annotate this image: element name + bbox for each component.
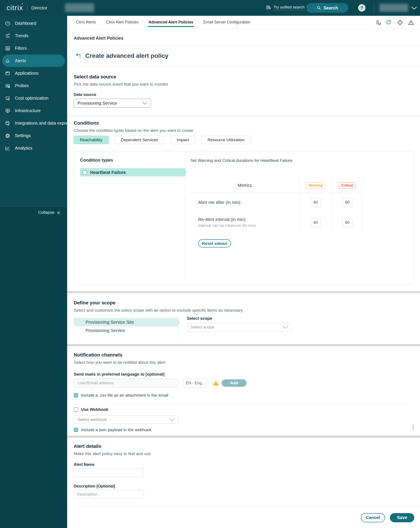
tab-citrix-alert-policies[interactable]: Citrix Alert Policies: [106, 16, 138, 29]
sidebar-item-probes[interactable]: Probes: [2, 80, 65, 92]
webhook-checkbox-row: Use Webhook: [74, 407, 414, 412]
scope-item-provisioning-service-site[interactable]: Provisioning Service Site: [74, 318, 178, 326]
brand-logo: citrix Director: [7, 4, 47, 12]
heartbeat-failure-checkbox[interactable]: [83, 170, 87, 175]
select-scope-dropdown[interactable]: Select scope: [187, 323, 292, 332]
warning-alerts-icon[interactable]: [408, 19, 414, 26]
reset-values-button[interactable]: Reset values: [198, 239, 231, 247]
logo-divider: [27, 5, 27, 11]
re-alert-warning-input[interactable]: [311, 218, 321, 227]
re-alert-critical-input[interactable]: [342, 218, 352, 227]
feedback-icon[interactable]: [375, 19, 382, 26]
analytics-icon: [5, 145, 11, 151]
table-cell: [332, 212, 363, 233]
search-button-label: Search: [324, 5, 338, 11]
sidebar-item-trends[interactable]: Trends: [2, 30, 65, 42]
add-button[interactable]: Add: [222, 379, 247, 387]
use-webhook-checkbox[interactable]: [74, 407, 78, 412]
data-source-subtitle: Pick the data source event that you want…: [74, 82, 420, 87]
save-button[interactable]: Save: [390, 513, 414, 522]
data-source-dropdown[interactable]: Provisioning Service: [74, 99, 151, 108]
chevron-down-icon: [169, 418, 175, 421]
data-source-label: Data source: [74, 92, 420, 97]
sidebar-item-label: Settings: [15, 133, 31, 138]
sidebar-item-settings[interactable]: Settings: [2, 129, 65, 142]
sidebar-item-analytics[interactable]: Analytics: [2, 142, 65, 154]
data-source-value: Provisioning Service: [78, 101, 117, 106]
alert-after-warning-input[interactable]: [311, 198, 321, 207]
scrollbar-thumb[interactable]: [413, 424, 414, 430]
chip-resource-utilization[interactable]: Resource Utilization: [202, 136, 251, 144]
language-dropdown[interactable]: EN - Eng...: [183, 379, 207, 387]
chip-reachability[interactable]: Reachability: [74, 136, 109, 144]
condition-type-chips: Reachability Dependent Services Impact R…: [74, 136, 414, 144]
trends-icon: [5, 33, 11, 39]
section-divider: [67, 344, 420, 346]
condition-types-heading: Condition types: [80, 158, 113, 163]
data-source-heading: Select data source: [74, 74, 420, 80]
chevron-down-icon: [283, 326, 288, 329]
sidebar-item-filters[interactable]: Filters: [2, 42, 65, 55]
json-payload-checkbox[interactable]: [74, 428, 78, 432]
sidebar-item-label: Trends: [15, 33, 28, 38]
sidebar-item-integrations[interactable]: Integrations and data exports: [2, 117, 65, 129]
condition-row-heartbeat-failure[interactable]: Heartbeat Failure: [80, 168, 185, 177]
csv-checkbox-label: Include a .csv file as an attachment in …: [81, 393, 168, 398]
sidebar-item-dashboard[interactable]: Dashboard: [2, 17, 65, 30]
scope-item-provisioning-service[interactable]: Provisioning Service: [74, 326, 178, 335]
sidebar-item-applications[interactable]: Applications: [2, 67, 65, 80]
description-input[interactable]: [74, 490, 144, 499]
alert-after-critical-input[interactable]: [342, 198, 352, 207]
alert-name-input[interactable]: [74, 468, 144, 477]
header-divider: [374, 3, 374, 13]
tab-email-server-configuration[interactable]: Email Server Configuration: [203, 16, 250, 29]
language-value: EN - Eng...: [186, 381, 205, 385]
description-label: Description [Optional]: [74, 484, 420, 489]
select-scope-label: Select scope: [187, 316, 292, 321]
sidebar-item-label: Probes: [15, 83, 29, 88]
refresh-icon[interactable]: [386, 19, 392, 26]
warning-column-header: Warning: [299, 178, 332, 193]
sidebar: Dashboard Trends: [0, 16, 67, 528]
sidebar-collapse-button[interactable]: Collapse «: [0, 210, 67, 215]
collapse-label: Collapse: [38, 210, 55, 215]
sidebar-item-label: Analytics: [15, 146, 32, 151]
json-checkbox-label: Include a json payload in the webhook: [81, 428, 151, 432]
critical-badge: Critical: [339, 182, 355, 189]
tab-citrix-alerts[interactable]: Citrix Alerts: [76, 16, 96, 29]
help-icon: ?: [361, 5, 363, 11]
search-button[interactable]: Search: [306, 3, 348, 13]
redacted-username[interactable]: [379, 4, 408, 12]
critical-alerts-icon[interactable]: [397, 19, 403, 26]
citrix-logo: citrix: [7, 4, 23, 12]
csv-checkbox[interactable]: [74, 393, 78, 397]
chip-impact[interactable]: Impact: [171, 136, 195, 144]
chevron-down-icon: [142, 102, 147, 105]
back-button[interactable]: [74, 53, 81, 59]
help-button[interactable]: ?: [358, 4, 365, 12]
notifications-heading: Notification channels: [74, 352, 414, 358]
cancel-button[interactable]: Cancel: [361, 513, 385, 522]
applications-icon: [5, 71, 11, 76]
sidebar-item-label: Alerts: [15, 58, 26, 63]
scope-select-block: Select scope Select scope: [187, 316, 292, 332]
collapse-chevrons-icon: «: [57, 210, 60, 215]
conditions-heading: Conditions: [74, 120, 414, 126]
tab-advanced-alert-policies[interactable]: Advanced Alert Policies: [148, 16, 193, 29]
chip-dependent-services[interactable]: Dependent Services: [115, 136, 164, 144]
notification-divider: [74, 404, 414, 405]
page-title: Advanced Alert Policies: [74, 36, 123, 40]
scope-list: Provisioning Service Site Provisioning S…: [74, 318, 178, 335]
sidebar-item-infrastructure[interactable]: Infrastructure: [2, 105, 65, 117]
sidebar-item-cost-optimization[interactable]: $ Cost optimization: [2, 92, 65, 105]
sidebar-item-alerts[interactable]: Alerts: [2, 55, 65, 67]
table-cell: [299, 193, 332, 212]
scope-heading: Define your scope: [74, 300, 420, 306]
select-data-source-section: Select data source Pick the data source …: [67, 66, 420, 116]
email-input[interactable]: [74, 379, 178, 387]
try-unified-search-link[interactable]: Try unified search: [266, 5, 305, 11]
select-webhook-dropdown[interactable]: Select webhook: [74, 415, 178, 424]
filters-icon: [5, 46, 11, 51]
probes-icon: [5, 83, 11, 89]
account-menu-button[interactable]: [411, 7, 417, 10]
